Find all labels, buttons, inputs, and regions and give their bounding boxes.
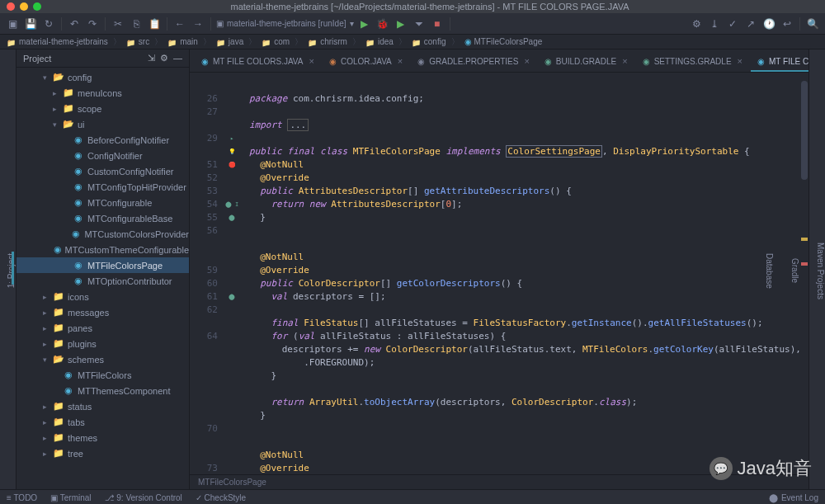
right-tool-strip: Maven ProjectsGradleDatabase [808, 49, 825, 489]
editor-tab[interactable]: ◉MT FILE COLORS.JAVA× [195, 52, 321, 72]
tree-item[interactable]: ◉MTOptionContributor [16, 273, 189, 289]
window-controls [7, 2, 41, 11]
tree-item[interactable]: ◉ConfigNotifier [16, 148, 189, 163]
tab-close-icon[interactable]: × [398, 56, 403, 66]
breadcrumb-item[interactable]: chrisrm [308, 37, 347, 46]
debug-icon[interactable]: 🐞 [375, 16, 390, 31]
scrollbar-thumb[interactable] [801, 81, 808, 180]
breadcrumb-item[interactable]: config [412, 37, 446, 46]
tree-item[interactable]: ◉MTCustomColorsProvider [16, 226, 189, 242]
push-icon[interactable]: ↗ [743, 16, 758, 31]
warning-stripe[interactable] [801, 238, 808, 241]
breadcrumb-item[interactable]: main [167, 37, 198, 46]
editor-tab[interactable]: ◉COLOR.JAVA× [323, 52, 409, 72]
nav-breadcrumb: material-theme-jetbrains〉 src〉 main〉 jav… [0, 35, 825, 49]
code-content[interactable]: package com.chrisrm.idea.config; import … [239, 73, 800, 474]
code-editor[interactable]: 2627 29 515253545556 59606162 64 70 7374… [190, 73, 808, 474]
breadcrumb-item[interactable]: material-theme-jetbrains [7, 37, 108, 46]
tree-item[interactable]: ▸📁panes [16, 320, 189, 336]
bottom-tab[interactable]: ≡ TODO [7, 493, 37, 502]
refresh-icon[interactable]: ↻ [41, 16, 56, 31]
tab-close-icon[interactable]: × [622, 56, 627, 66]
editor-tab[interactable]: ◉MT FILE COLORS PAGE.JAVA× [751, 52, 808, 72]
open-file-icon[interactable]: ▣ [5, 16, 20, 31]
tree-item[interactable]: ▸📁menuIcons [16, 85, 189, 101]
copy-icon[interactable]: ⎘ [129, 16, 144, 31]
tree-item[interactable]: ▸📁scope [16, 101, 189, 116]
tree-item[interactable]: ▸📁status [16, 398, 189, 414]
profile-icon[interactable]: ⏷ [412, 16, 427, 31]
project-sidebar: Project ⇲ ⚙ — ▾📂config▸📁menuIcons▸📁scope… [16, 49, 190, 489]
tree-item[interactable]: ◉MTCustomThemeConfigurable [16, 242, 189, 257]
tree-item[interactable]: ◉MTFileColorsPage [16, 257, 189, 273]
save-all-icon[interactable]: 💾 [23, 16, 38, 31]
tab-close-icon[interactable]: × [524, 56, 529, 66]
forward-icon[interactable]: → [191, 16, 205, 31]
search-icon[interactable]: 🔍 [805, 16, 820, 31]
tree-item[interactable]: ◉MTThemesComponent [16, 383, 189, 398]
line-numbers: 2627 29 515253545556 59606162 64 70 7374… [190, 73, 224, 474]
close-window[interactable] [7, 2, 15, 11]
editor-tab[interactable]: ◉BUILD.GRADLE× [538, 52, 634, 72]
tree-item[interactable]: ▾📂ui [16, 116, 189, 132]
editor-area: ◉MT FILE COLORS.JAVA×◉COLOR.JAVA×◉GRADLE… [190, 49, 808, 489]
error-stripe[interactable] [801, 262, 808, 266]
tree-item[interactable]: ◉CustomConfigNotifier [16, 163, 189, 179]
code-breadcrumb[interactable]: MTFileColorsPage [190, 474, 808, 489]
scrollbar[interactable] [800, 73, 808, 474]
run-icon[interactable]: ▶ [357, 16, 372, 31]
breadcrumb-item[interactable]: idea [365, 37, 394, 46]
tree-item[interactable]: ▸📁plugins [16, 336, 189, 351]
redo-icon[interactable]: ↷ [85, 16, 100, 31]
undo-icon[interactable]: ↶ [67, 16, 82, 31]
cut-icon[interactable]: ✂ [111, 16, 125, 31]
tree-item[interactable]: ▸📁tree [16, 445, 189, 461]
tree-item[interactable]: ◉MTConfigTopHitProvider [16, 179, 189, 195]
tree-item[interactable]: ▸📁messages [16, 304, 189, 320]
breadcrumb-item[interactable]: ◉ MTFileColorsPage [464, 37, 543, 46]
gutter-icons[interactable]: ▸💡🛑 ⬤ I ⬤ ⬤ ⬤ [224, 73, 239, 474]
tree-item[interactable]: ▸📁themes [16, 430, 189, 445]
tree-item[interactable]: ◉MTConfigurable [16, 195, 189, 210]
run-config[interactable]: ▣ material-theme-jetbrains [runIde] ▾ [216, 19, 354, 28]
breadcrumb-item[interactable]: src [126, 37, 149, 46]
bottom-tab[interactable]: ⎇ 9: Version Control [105, 493, 182, 502]
maximize-window[interactable] [33, 2, 41, 11]
tree-item[interactable]: ◉MTConfigurableBase [16, 210, 189, 226]
editor-tab[interactable]: ◉GRADLE.PROPERTIES× [411, 52, 536, 72]
settings-icon[interactable]: ⚙ [689, 16, 704, 31]
paste-icon[interactable]: 📋 [147, 16, 162, 31]
tab-close-icon[interactable]: × [738, 56, 742, 66]
editor-tab[interactable]: ◉SETTINGS.GRADLE× [636, 52, 749, 72]
run-cov-icon[interactable]: ▶ [394, 16, 408, 31]
bottom-tab[interactable]: ✓ CheckStyle [196, 493, 246, 502]
revert-icon[interactable]: ↩ [780, 16, 794, 31]
breadcrumb-item[interactable]: com [262, 37, 290, 46]
hide-icon[interactable]: — [173, 53, 182, 64]
tree-item[interactable]: ▸📁icons [16, 289, 189, 304]
left-tool-strip: 1: Project7: Structure2: Favorites [0, 49, 16, 489]
titlebar: material-theme-jetbrains [~/IdeaProjects… [0, 0, 825, 13]
stop-icon[interactable]: ■ [430, 16, 445, 31]
sidebar-header: Project ⇲ ⚙ — [16, 49, 189, 68]
update-project-icon[interactable]: ⤓ [707, 16, 722, 31]
tree-item[interactable]: ▾📂config [16, 69, 189, 85]
commit-icon[interactable]: ✓ [725, 16, 740, 31]
project-tree[interactable]: ▾📂config▸📁menuIcons▸📁scope▾📂ui◉BeforeCon… [16, 68, 189, 489]
tab-close-icon[interactable]: × [309, 56, 314, 66]
right-tool-tab[interactable]: Maven Projects [816, 239, 825, 303]
sidebar-title: Project [23, 54, 51, 64]
selection-indicator [12, 252, 14, 285]
breadcrumb-item[interactable]: java [216, 37, 243, 46]
bottom-tab[interactable]: ▣ Terminal [50, 493, 91, 502]
tree-item[interactable]: ◉MTFileColors [16, 367, 189, 383]
minimize-window[interactable] [20, 2, 28, 11]
settings-cog-icon[interactable]: ⚙ [160, 53, 168, 64]
tree-item[interactable]: ▾📂schemes [16, 351, 189, 367]
back-icon[interactable]: ← [172, 16, 187, 31]
collapse-icon[interactable]: ⇲ [148, 53, 155, 64]
history-icon[interactable]: 🕐 [761, 16, 776, 31]
tree-item[interactable]: ▸📁tabs [16, 414, 189, 430]
tree-item[interactable]: ◉BeforeConfigNotifier [16, 132, 189, 148]
event-log-tab[interactable]: ⬤ Event Log [769, 493, 818, 502]
